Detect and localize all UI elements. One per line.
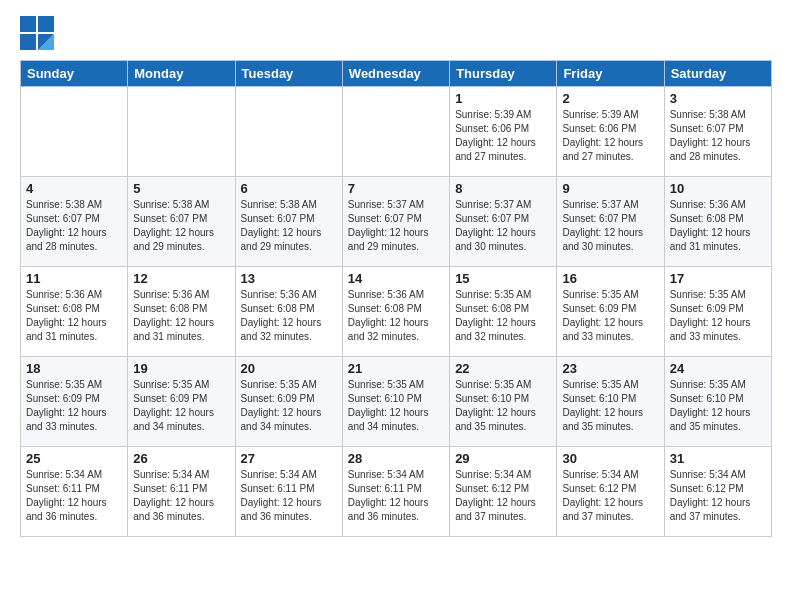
- calendar-cell: 24Sunrise: 5:35 AM Sunset: 6:10 PM Dayli…: [664, 357, 771, 447]
- calendar-cell: 13Sunrise: 5:36 AM Sunset: 6:08 PM Dayli…: [235, 267, 342, 357]
- day-info: Sunrise: 5:37 AM Sunset: 6:07 PM Dayligh…: [562, 198, 658, 254]
- calendar-week: 25Sunrise: 5:34 AM Sunset: 6:11 PM Dayli…: [21, 447, 772, 537]
- day-number: 24: [670, 361, 766, 376]
- day-number: 25: [26, 451, 122, 466]
- calendar-cell: 15Sunrise: 5:35 AM Sunset: 6:08 PM Dayli…: [450, 267, 557, 357]
- day-number: 12: [133, 271, 229, 286]
- day-info: Sunrise: 5:35 AM Sunset: 6:09 PM Dayligh…: [133, 378, 229, 434]
- calendar-cell: 26Sunrise: 5:34 AM Sunset: 6:11 PM Dayli…: [128, 447, 235, 537]
- calendar-week: 11Sunrise: 5:36 AM Sunset: 6:08 PM Dayli…: [21, 267, 772, 357]
- day-number: 20: [241, 361, 337, 376]
- day-info: Sunrise: 5:34 AM Sunset: 6:11 PM Dayligh…: [348, 468, 444, 524]
- calendar-cell: 11Sunrise: 5:36 AM Sunset: 6:08 PM Dayli…: [21, 267, 128, 357]
- day-info: Sunrise: 5:35 AM Sunset: 6:10 PM Dayligh…: [455, 378, 551, 434]
- calendar-body: 1Sunrise: 5:39 AM Sunset: 6:06 PM Daylig…: [21, 87, 772, 537]
- day-number: 6: [241, 181, 337, 196]
- calendar-cell: [128, 87, 235, 177]
- day-number: 16: [562, 271, 658, 286]
- day-info: Sunrise: 5:38 AM Sunset: 6:07 PM Dayligh…: [670, 108, 766, 164]
- svg-rect-0: [20, 16, 36, 32]
- day-info: Sunrise: 5:39 AM Sunset: 6:06 PM Dayligh…: [455, 108, 551, 164]
- day-info: Sunrise: 5:35 AM Sunset: 6:10 PM Dayligh…: [562, 378, 658, 434]
- day-number: 15: [455, 271, 551, 286]
- svg-rect-1: [38, 16, 54, 32]
- weekday-header: Friday: [557, 61, 664, 87]
- day-info: Sunrise: 5:36 AM Sunset: 6:08 PM Dayligh…: [133, 288, 229, 344]
- calendar-cell: 19Sunrise: 5:35 AM Sunset: 6:09 PM Dayli…: [128, 357, 235, 447]
- day-number: 9: [562, 181, 658, 196]
- day-info: Sunrise: 5:34 AM Sunset: 6:12 PM Dayligh…: [562, 468, 658, 524]
- day-number: 21: [348, 361, 444, 376]
- day-info: Sunrise: 5:36 AM Sunset: 6:08 PM Dayligh…: [670, 198, 766, 254]
- header: [20, 16, 772, 50]
- day-info: Sunrise: 5:35 AM Sunset: 6:10 PM Dayligh…: [670, 378, 766, 434]
- calendar-cell: 3Sunrise: 5:38 AM Sunset: 6:07 PM Daylig…: [664, 87, 771, 177]
- calendar-cell: 20Sunrise: 5:35 AM Sunset: 6:09 PM Dayli…: [235, 357, 342, 447]
- calendar-cell: 6Sunrise: 5:38 AM Sunset: 6:07 PM Daylig…: [235, 177, 342, 267]
- day-info: Sunrise: 5:36 AM Sunset: 6:08 PM Dayligh…: [241, 288, 337, 344]
- calendar-cell: 9Sunrise: 5:37 AM Sunset: 6:07 PM Daylig…: [557, 177, 664, 267]
- calendar-cell: 22Sunrise: 5:35 AM Sunset: 6:10 PM Dayli…: [450, 357, 557, 447]
- day-number: 19: [133, 361, 229, 376]
- page: SundayMondayTuesdayWednesdayThursdayFrid…: [0, 0, 792, 553]
- logo-icon: [20, 16, 54, 50]
- day-info: Sunrise: 5:34 AM Sunset: 6:12 PM Dayligh…: [670, 468, 766, 524]
- day-number: 7: [348, 181, 444, 196]
- day-info: Sunrise: 5:38 AM Sunset: 6:07 PM Dayligh…: [241, 198, 337, 254]
- calendar-cell: 2Sunrise: 5:39 AM Sunset: 6:06 PM Daylig…: [557, 87, 664, 177]
- day-info: Sunrise: 5:34 AM Sunset: 6:11 PM Dayligh…: [241, 468, 337, 524]
- day-number: 31: [670, 451, 766, 466]
- calendar-week: 4Sunrise: 5:38 AM Sunset: 6:07 PM Daylig…: [21, 177, 772, 267]
- calendar-cell: 30Sunrise: 5:34 AM Sunset: 6:12 PM Dayli…: [557, 447, 664, 537]
- day-info: Sunrise: 5:37 AM Sunset: 6:07 PM Dayligh…: [455, 198, 551, 254]
- day-number: 26: [133, 451, 229, 466]
- day-number: 18: [26, 361, 122, 376]
- day-info: Sunrise: 5:35 AM Sunset: 6:08 PM Dayligh…: [455, 288, 551, 344]
- calendar-cell: 17Sunrise: 5:35 AM Sunset: 6:09 PM Dayli…: [664, 267, 771, 357]
- calendar-cell: 4Sunrise: 5:38 AM Sunset: 6:07 PM Daylig…: [21, 177, 128, 267]
- calendar-cell: 28Sunrise: 5:34 AM Sunset: 6:11 PM Dayli…: [342, 447, 449, 537]
- day-info: Sunrise: 5:35 AM Sunset: 6:09 PM Dayligh…: [26, 378, 122, 434]
- calendar-week: 1Sunrise: 5:39 AM Sunset: 6:06 PM Daylig…: [21, 87, 772, 177]
- calendar-cell: 27Sunrise: 5:34 AM Sunset: 6:11 PM Dayli…: [235, 447, 342, 537]
- calendar-cell: 25Sunrise: 5:34 AM Sunset: 6:11 PM Dayli…: [21, 447, 128, 537]
- day-number: 3: [670, 91, 766, 106]
- day-number: 2: [562, 91, 658, 106]
- day-number: 8: [455, 181, 551, 196]
- day-number: 22: [455, 361, 551, 376]
- day-number: 30: [562, 451, 658, 466]
- day-info: Sunrise: 5:35 AM Sunset: 6:09 PM Dayligh…: [670, 288, 766, 344]
- calendar-week: 18Sunrise: 5:35 AM Sunset: 6:09 PM Dayli…: [21, 357, 772, 447]
- day-info: Sunrise: 5:39 AM Sunset: 6:06 PM Dayligh…: [562, 108, 658, 164]
- day-info: Sunrise: 5:34 AM Sunset: 6:11 PM Dayligh…: [133, 468, 229, 524]
- day-info: Sunrise: 5:38 AM Sunset: 6:07 PM Dayligh…: [133, 198, 229, 254]
- day-info: Sunrise: 5:35 AM Sunset: 6:09 PM Dayligh…: [562, 288, 658, 344]
- calendar-cell: 31Sunrise: 5:34 AM Sunset: 6:12 PM Dayli…: [664, 447, 771, 537]
- day-number: 27: [241, 451, 337, 466]
- day-number: 10: [670, 181, 766, 196]
- calendar-cell: 18Sunrise: 5:35 AM Sunset: 6:09 PM Dayli…: [21, 357, 128, 447]
- calendar-cell: 14Sunrise: 5:36 AM Sunset: 6:08 PM Dayli…: [342, 267, 449, 357]
- day-info: Sunrise: 5:37 AM Sunset: 6:07 PM Dayligh…: [348, 198, 444, 254]
- weekday-row: SundayMondayTuesdayWednesdayThursdayFrid…: [21, 61, 772, 87]
- day-info: Sunrise: 5:34 AM Sunset: 6:11 PM Dayligh…: [26, 468, 122, 524]
- weekday-header: Saturday: [664, 61, 771, 87]
- day-number: 17: [670, 271, 766, 286]
- calendar-cell: 16Sunrise: 5:35 AM Sunset: 6:09 PM Dayli…: [557, 267, 664, 357]
- day-number: 29: [455, 451, 551, 466]
- calendar-cell: 23Sunrise: 5:35 AM Sunset: 6:10 PM Dayli…: [557, 357, 664, 447]
- day-info: Sunrise: 5:36 AM Sunset: 6:08 PM Dayligh…: [26, 288, 122, 344]
- day-info: Sunrise: 5:38 AM Sunset: 6:07 PM Dayligh…: [26, 198, 122, 254]
- day-number: 14: [348, 271, 444, 286]
- calendar-cell: 12Sunrise: 5:36 AM Sunset: 6:08 PM Dayli…: [128, 267, 235, 357]
- day-number: 4: [26, 181, 122, 196]
- day-number: 23: [562, 361, 658, 376]
- calendar-table: SundayMondayTuesdayWednesdayThursdayFrid…: [20, 60, 772, 537]
- calendar-header: SundayMondayTuesdayWednesdayThursdayFrid…: [21, 61, 772, 87]
- day-info: Sunrise: 5:35 AM Sunset: 6:10 PM Dayligh…: [348, 378, 444, 434]
- calendar-cell: [21, 87, 128, 177]
- day-number: 28: [348, 451, 444, 466]
- day-number: 11: [26, 271, 122, 286]
- day-number: 5: [133, 181, 229, 196]
- day-info: Sunrise: 5:35 AM Sunset: 6:09 PM Dayligh…: [241, 378, 337, 434]
